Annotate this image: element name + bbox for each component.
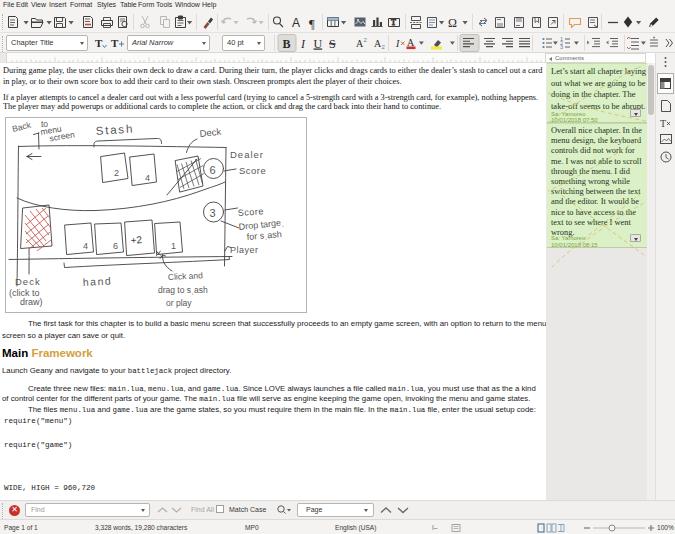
svg-text:Score: Score (239, 165, 266, 176)
svg-text:I: I (395, 38, 400, 49)
svg-text:Ω: Ω (448, 16, 457, 30)
svg-text:+2: +2 (130, 234, 143, 246)
svg-text:Player: Player (230, 245, 259, 255)
svg-text:Click and: Click and (168, 270, 204, 282)
svg-text:for sˌash: for sˌash (246, 229, 282, 242)
svg-text:draw): draw) (20, 297, 43, 307)
svg-text:3: 3 (210, 207, 216, 219)
svg-text:2: 2 (114, 168, 119, 178)
svg-text:¶: ¶ (309, 17, 315, 31)
svg-text:drag to sˌash: drag to sˌash (158, 285, 208, 295)
svg-text:6: 6 (210, 164, 216, 176)
svg-text:6: 6 (113, 241, 118, 251)
svg-text:T: T (111, 37, 119, 49)
svg-text:2: 2 (364, 37, 368, 43)
svg-text:Score: Score (237, 206, 264, 218)
svg-text:4: 4 (83, 241, 88, 251)
svg-text:Stash: Stash (95, 122, 134, 137)
svg-text:U: U (314, 37, 323, 51)
svg-text:I: I (300, 37, 306, 51)
svg-text:or play: or play (166, 298, 192, 308)
svg-text:Deck: Deck (15, 276, 41, 287)
svg-text:T: T (391, 18, 396, 27)
svg-text:4: 4 (145, 173, 150, 183)
svg-text:Back: Back (11, 119, 32, 133)
svg-text:2: 2 (382, 44, 386, 50)
svg-text:1: 1 (171, 241, 176, 251)
svg-text:T: T (660, 118, 666, 129)
svg-text:S: S (329, 37, 336, 51)
svg-text:3: 3 (560, 44, 563, 50)
svg-text:B: B (283, 37, 291, 51)
svg-text:A: A (407, 37, 415, 48)
svg-text:A: A (292, 16, 300, 30)
svg-text:T: T (95, 37, 103, 49)
svg-text:Dealer: Dealer (230, 149, 264, 160)
svg-text:Deck: Deck (199, 126, 222, 139)
svg-text:hand: hand (82, 274, 112, 288)
